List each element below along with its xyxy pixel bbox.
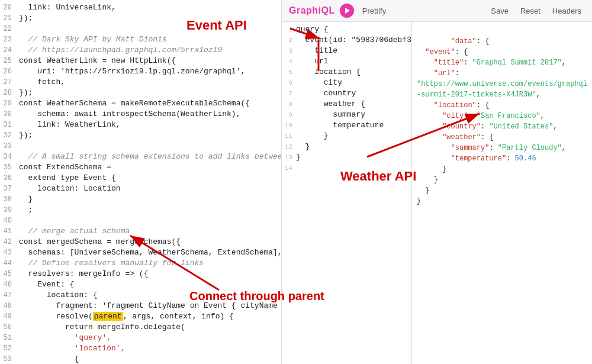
query-line-number: 11 [282, 131, 296, 141]
code-line: 34 // A small string schema extensions t… [0, 152, 281, 162]
query-line-number: 7 [282, 88, 296, 99]
code-line: 35const ExtendSchema = [0, 162, 281, 173]
line-content: schema: await introspectSchema(WeatherLi… [17, 109, 281, 120]
line-content: const WeatherSchema = makeRemoteExecutab… [17, 98, 281, 109]
query-line: 14 [282, 163, 411, 173]
reset-button[interactable]: Reset [517, 5, 544, 17]
line-number: 50 [0, 322, 17, 333]
line-content: 'query', [17, 333, 281, 343]
line-content: // Define resolvers manually for links [17, 258, 281, 269]
query-line-number: 6 [282, 78, 296, 88]
query-line: 5 location { [282, 67, 411, 78]
code-line: 40 [0, 215, 281, 226]
code-line: 31 link: WeatherLink, [0, 120, 281, 130]
query-line-content: location { [296, 67, 361, 78]
line-content: }); [17, 13, 281, 24]
line-content: link: WeatherLink, [17, 120, 281, 130]
line-number: 25 [0, 56, 17, 66]
line-content: 'location', [17, 343, 281, 354]
code-line: 21}); [0, 13, 281, 24]
headers-button[interactable]: Headers [549, 5, 585, 17]
code-line: 32}); [0, 130, 281, 141]
code-line: 43 schemas: [UniverseSchema, WeatherSche… [0, 247, 281, 258]
line-content: return mergeInfo.delegate( [17, 322, 281, 333]
save-button[interactable]: Save [487, 5, 512, 17]
code-line: 42const mergedSchema = mergeSchemas({ [0, 237, 281, 247]
query-editor[interactable]: 1query {2 event(id: "5983706debf3140039d… [282, 22, 412, 364]
line-content: }); [17, 130, 281, 141]
code-line: 38 } [0, 194, 281, 205]
query-line: 13} [282, 152, 411, 163]
line-number: 26 [0, 66, 17, 77]
line-content: } [17, 194, 281, 205]
code-line: 49 resolve(parent, args, context, info) … [0, 311, 281, 322]
line-number: 35 [0, 162, 17, 173]
line-content: }); [17, 88, 281, 98]
line-content: // Dark Sky API by Matt Dionis [17, 34, 281, 45]
line-content [17, 215, 281, 226]
query-line: 8 weather { [282, 99, 411, 109]
line-content: location: Location [17, 183, 281, 194]
code-panel: 20 link: UniverseLink,21});2223 // Dark … [0, 0, 282, 364]
graphiql-header: GraphiQL Prettify Save Reset Headers [282, 0, 592, 22]
line-content [17, 141, 281, 152]
line-number: 27 [0, 77, 17, 88]
line-number: 37 [0, 183, 17, 194]
query-line-content: weather { [296, 99, 365, 109]
line-number: 43 [0, 247, 17, 258]
code-line: 46 Event: { [0, 279, 281, 290]
code-line: 39 ; [0, 205, 281, 215]
code-line: 36 extend type Event { [0, 173, 281, 183]
line-number: 23 [0, 34, 17, 45]
line-number: 34 [0, 152, 17, 162]
prettify-button[interactable]: Prettify [359, 5, 390, 17]
line-content: fetch, [17, 77, 281, 88]
query-line-content: } [296, 141, 310, 152]
line-content: { [17, 354, 281, 364]
query-line: 10 temperature [282, 120, 411, 131]
line-content: const ExtendSchema = [17, 162, 281, 173]
query-line-number: 3 [282, 46, 296, 56]
code-line: 44 // Define resolvers manually for link… [0, 258, 281, 269]
play-button[interactable] [340, 4, 354, 18]
query-line-content: } [296, 131, 329, 141]
line-number: 46 [0, 279, 17, 290]
code-line: 30 schema: await introspectSchema(Weathe… [0, 109, 281, 120]
results-panel: "data": { "event": { "title": "Graphql S… [412, 22, 592, 364]
line-content: // merge actual schema [17, 226, 281, 237]
line-content: extend type Event { [17, 173, 281, 183]
query-line: 6 city [282, 78, 411, 88]
line-content: // https://launchpad.graphql.com/5rrx1oz… [17, 45, 281, 56]
line-content: location: { [17, 290, 281, 301]
query-line: 2 event(id: "5983706debf3140039d1e8b [282, 35, 411, 46]
query-line-number: 2 [282, 35, 296, 46]
line-number: 28 [0, 88, 17, 98]
query-line-content: temperature [296, 120, 384, 131]
line-number: 22 [0, 24, 17, 34]
line-number: 41 [0, 226, 17, 237]
query-line: 4 url [282, 56, 411, 67]
line-content [17, 24, 281, 34]
line-number: 38 [0, 194, 17, 205]
line-number: 48 [0, 301, 17, 311]
code-line: 51 'query', [0, 333, 281, 343]
code-line: 53 { [0, 354, 281, 364]
graphiql-title: GraphiQL [289, 5, 335, 16]
line-number: 24 [0, 45, 17, 56]
line-content: schemas: [UniverseSchema, WeatherSchema,… [17, 247, 282, 258]
query-line-number: 1 [282, 24, 296, 35]
query-line: 1query { [282, 24, 411, 35]
code-line: 20 link: UniverseLink, [0, 2, 281, 13]
query-line-number: 13 [282, 152, 296, 163]
code-line: 29const WeatherSchema = makeRemoteExecut… [0, 98, 281, 109]
query-line: 12 } [282, 141, 411, 152]
line-number: 53 [0, 354, 17, 364]
line-number: 32 [0, 130, 17, 141]
line-content: const mergedSchema = mergeSchemas({ [17, 237, 281, 247]
query-line-content: url [296, 56, 329, 67]
line-number: 42 [0, 237, 17, 247]
line-number: 30 [0, 109, 17, 120]
query-line-number: 8 [282, 99, 296, 109]
line-number: 31 [0, 120, 17, 130]
line-number: 44 [0, 258, 17, 269]
